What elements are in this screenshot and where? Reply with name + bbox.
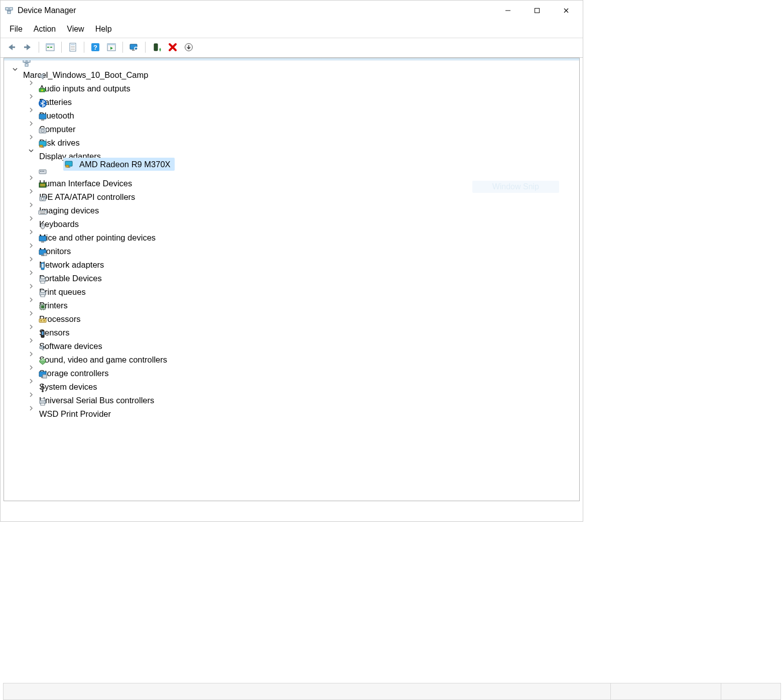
- svg-rect-7: [46, 44, 54, 45]
- computer-root-icon: [21, 60, 32, 68]
- tree-item[interactable]: Computer: [6, 116, 579, 130]
- enable-device-button[interactable]: [149, 40, 165, 54]
- chevron-right-icon[interactable]: [26, 119, 36, 129]
- svg-rect-79: [42, 331, 44, 335]
- svg-rect-68: [41, 277, 45, 279]
- svg-point-76: [41, 320, 42, 321]
- printer-icon: [37, 274, 48, 285]
- tree-item[interactable]: Imaging devices: [6, 198, 579, 211]
- chevron-right-icon[interactable]: [26, 254, 36, 264]
- chevron-down-icon[interactable]: [26, 146, 36, 156]
- close-button[interactable]: [552, 1, 581, 21]
- svg-rect-11: [71, 44, 75, 45]
- chevron-right-icon[interactable]: [26, 186, 36, 196]
- mouse-icon: [37, 220, 48, 231]
- chevron-right-icon[interactable]: [26, 213, 36, 223]
- monitor-icon: [37, 111, 48, 123]
- chevron-right-icon[interactable]: [26, 173, 36, 183]
- arrow-right-icon: [22, 43, 33, 52]
- chevron-right-icon[interactable]: [26, 105, 36, 115]
- chevron-down-icon[interactable]: [10, 64, 20, 74]
- action-button[interactable]: [103, 40, 119, 54]
- svg-rect-82: [43, 375, 47, 378]
- titlebar: Device Manager: [1, 1, 583, 21]
- help-button[interactable]: ?: [87, 40, 103, 54]
- svg-rect-52: [39, 210, 47, 214]
- svg-rect-18: [107, 44, 115, 45]
- svg-rect-51: [44, 196, 45, 197]
- ide-icon: [37, 179, 48, 190]
- camera-icon: [37, 193, 48, 204]
- update-driver-button[interactable]: [181, 40, 197, 54]
- chevron-right-icon[interactable]: [26, 281, 36, 291]
- toolbar-separator: [84, 42, 84, 53]
- svg-rect-55: [43, 211, 44, 212]
- svg-rect-75: [39, 319, 46, 322]
- chevron-right-icon[interactable]: [26, 322, 36, 332]
- tree-item[interactable]: WSD Print Provider: [6, 401, 579, 415]
- chevron-right-icon[interactable]: [26, 241, 36, 251]
- chevron-right-icon[interactable]: [26, 268, 36, 278]
- svg-rect-22: [154, 44, 158, 51]
- chevron-right-icon[interactable]: [26, 349, 36, 359]
- device-tree-panel: Marcel_Windows_10_Boot_CampAudio inputs …: [4, 58, 580, 501]
- svg-rect-48: [40, 185, 45, 186]
- chevron-right-icon[interactable]: [26, 200, 36, 210]
- tree-item[interactable]: Mice and other pointing devices: [6, 225, 579, 239]
- svg-rect-2: [8, 11, 11, 14]
- maximize-button[interactable]: [522, 1, 552, 21]
- device-tree[interactable]: Marcel_Windows_10_Boot_CampAudio inputs …: [4, 60, 579, 501]
- svg-rect-25: [23, 60, 26, 62]
- minimize-button[interactable]: [493, 1, 522, 21]
- printer-icon: [37, 288, 48, 299]
- chevron-right-icon[interactable]: [26, 403, 36, 413]
- tree-item[interactable]: Display adapters: [6, 144, 579, 157]
- tree-item[interactable]: Portable Devices: [6, 266, 579, 279]
- menu-action[interactable]: Action: [29, 23, 61, 36]
- menubar: File Action View Help: [1, 21, 583, 38]
- svg-text:?: ?: [93, 44, 97, 51]
- svg-rect-54: [41, 211, 42, 212]
- svg-rect-74: [41, 305, 44, 308]
- remove-device-button[interactable]: [165, 40, 181, 54]
- svg-rect-9: [50, 47, 52, 48]
- svg-rect-8: [47, 47, 49, 48]
- chevron-right-icon[interactable]: [26, 227, 36, 237]
- forward-button[interactable]: [20, 40, 36, 54]
- svg-rect-31: [39, 114, 46, 119]
- tree-item[interactable]: Bluetooth: [6, 103, 579, 116]
- chevron-right-icon[interactable]: [26, 363, 36, 373]
- chevron-right-icon[interactable]: [26, 78, 36, 88]
- chevron-right-icon[interactable]: [26, 132, 36, 142]
- scan-hardware-button[interactable]: [126, 40, 142, 54]
- tree-item[interactable]: Audio inputs and outputs: [6, 76, 579, 89]
- svg-rect-71: [41, 290, 45, 292]
- chevron-right-icon[interactable]: [26, 91, 36, 101]
- tree-item[interactable]: Printers: [6, 293, 579, 306]
- svg-rect-0: [6, 8, 9, 10]
- svg-rect-3: [535, 9, 540, 13]
- menu-help[interactable]: Help: [90, 23, 117, 36]
- chevron-right-icon[interactable]: [26, 335, 36, 345]
- show-hide-console-tree-button[interactable]: [42, 40, 58, 54]
- svg-point-50: [42, 197, 44, 200]
- sensor-icon: [37, 315, 48, 326]
- svg-rect-47: [40, 184, 45, 185]
- chevron-right-icon[interactable]: [26, 376, 36, 386]
- network-icon: [37, 247, 48, 258]
- menu-file[interactable]: File: [5, 23, 28, 36]
- menu-view[interactable]: View: [62, 23, 89, 36]
- svg-point-83: [42, 390, 44, 392]
- chevron-right-icon[interactable]: [26, 390, 36, 400]
- panel-tree-icon: [46, 43, 55, 52]
- battery-icon: [37, 84, 48, 95]
- tree-item[interactable]: Processors: [6, 306, 579, 320]
- svg-rect-32: [41, 120, 44, 121]
- properties-button[interactable]: [65, 40, 81, 54]
- back-button[interactable]: [4, 40, 20, 54]
- tree-item-label: WSD Print Provider: [37, 409, 113, 418]
- chevron-right-icon[interactable]: [26, 308, 36, 318]
- svg-point-77: [44, 320, 45, 321]
- app-icon: [5, 6, 14, 15]
- chevron-right-icon[interactable]: [26, 295, 36, 305]
